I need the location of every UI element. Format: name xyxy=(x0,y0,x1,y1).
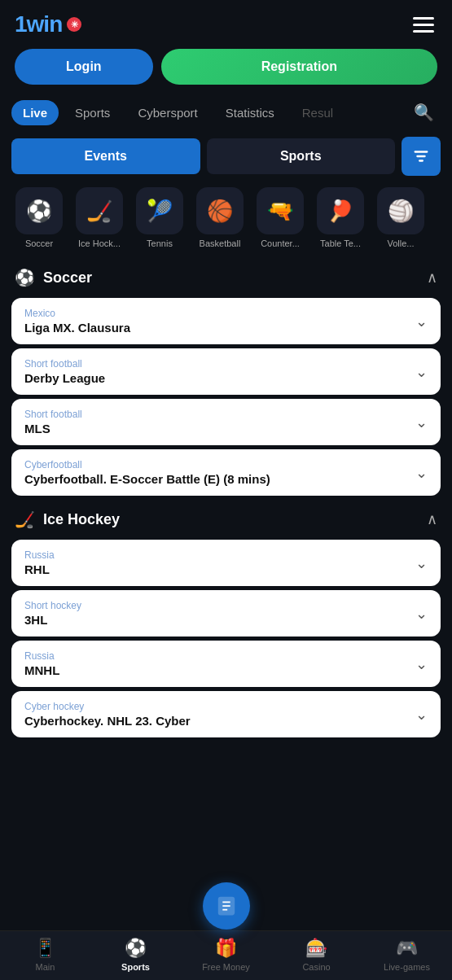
table-tennis-label: Table Te... xyxy=(320,238,361,248)
basketball-label: Basketball xyxy=(200,238,241,248)
liga-mx-name: Liga MX. Clausura xyxy=(24,321,130,335)
soccer-section-header[interactable]: ⚽ Soccer ∧ xyxy=(0,258,452,294)
cyberhockey-chevron-icon: ⌄ xyxy=(415,706,428,724)
mnhl-name: MNHL xyxy=(24,663,59,677)
ice-hockey-icon: 🏒 xyxy=(76,187,123,234)
bottom-nav-casino[interactable]: 🎰 Casino xyxy=(292,938,341,972)
auth-buttons: Login Registration xyxy=(0,49,452,96)
tab-live[interactable]: Live xyxy=(11,100,59,125)
toggle-sports-button[interactable]: Sports xyxy=(207,138,396,174)
mnhl-chevron-icon: ⌄ xyxy=(415,655,428,673)
mls-chevron-icon: ⌄ xyxy=(415,413,428,431)
bottom-nav: 📱 Main ⚽ Sports 🎁 Free Money 🎰 Casino 🎮 … xyxy=(0,930,452,980)
liga-mx-category: Mexico xyxy=(24,308,130,319)
sport-icons-row: ⚽ Soccer 🏒 Ice Hock... 🎾 Tennis 🏀 Basket… xyxy=(0,181,452,258)
3hl-chevron-icon: ⌄ xyxy=(415,605,428,623)
hamburger-menu-button[interactable] xyxy=(410,14,437,36)
counter-strike-label: Counter... xyxy=(261,238,300,248)
sports-nav-label: Sports xyxy=(121,962,150,972)
sport-icon-ice-hockey[interactable]: 🏒 Ice Hock... xyxy=(72,187,127,248)
filter-button[interactable] xyxy=(402,137,441,176)
3hl-name: 3HL xyxy=(24,613,81,627)
mls-name: MLS xyxy=(24,422,82,435)
cyberhockey-category: Cyber hockey xyxy=(24,701,191,712)
bet-slip-button[interactable] xyxy=(203,882,250,930)
mnhl-category: Russia xyxy=(24,650,59,662)
bottom-nav-main[interactable]: 📱 Main xyxy=(21,938,70,972)
volleyball-icon: 🏐 xyxy=(377,187,424,234)
league-card-liga-mx[interactable]: Mexico Liga MX. Clausura ⌄ xyxy=(11,298,441,344)
toggle-bar: Events Sports xyxy=(0,132,452,181)
logo: 1win ✳ xyxy=(15,11,81,37)
league-card-mnhl[interactable]: Russia MNHL ⌄ xyxy=(11,641,441,687)
soccer-section-title: ⚽ Soccer xyxy=(15,268,92,287)
nav-tabs: Live Sports Cybersport Statistics Resul … xyxy=(0,96,452,132)
tab-statistics[interactable]: Statistics xyxy=(214,100,286,125)
ice-hockey-section-icon: 🏒 xyxy=(15,510,35,529)
search-button[interactable]: 🔍 xyxy=(407,99,441,125)
sport-icon-basketball[interactable]: 🏀 Basketball xyxy=(192,187,248,248)
rhl-name: RHL xyxy=(24,562,55,576)
main-nav-label: Main xyxy=(36,962,55,972)
league-card-3hl[interactable]: Short hockey 3HL ⌄ xyxy=(11,590,441,637)
league-card-cyberfootball[interactable]: Cyberfootball Cyberfootball. E-Soccer Ba… xyxy=(11,449,441,496)
cyber-football-name: Cyberfootball. E-Soccer Battle (E) (8 mi… xyxy=(24,472,270,486)
header: 1win ✳ xyxy=(0,0,452,49)
soccer-label: Soccer xyxy=(25,238,53,248)
logo-text: 1win xyxy=(15,11,62,37)
tab-cybersport[interactable]: Cybersport xyxy=(126,100,208,125)
live-games-nav-label: Live-games xyxy=(384,962,430,972)
soccer-icon: ⚽ xyxy=(15,187,63,234)
main-nav-icon: 📱 xyxy=(34,938,56,959)
rhl-chevron-icon: ⌄ xyxy=(415,554,428,572)
sport-icon-volleyball[interactable]: 🏐 Volle... xyxy=(373,187,428,248)
league-card-mls[interactable]: Short football MLS ⌄ xyxy=(11,399,441,445)
tennis-label: Tennis xyxy=(147,238,173,248)
league-card-derby-league[interactable]: Short football Derby League ⌄ xyxy=(11,348,441,395)
register-button[interactable]: Registration xyxy=(161,49,437,85)
live-games-nav-icon: 🎮 xyxy=(396,938,418,959)
login-button[interactable]: Login xyxy=(15,49,153,85)
casino-nav-label: Casino xyxy=(302,962,330,972)
derby-chevron-icon: ⌄ xyxy=(415,363,428,381)
derby-name: Derby League xyxy=(24,371,105,385)
ice-hockey-section-header[interactable]: 🏒 Ice Hockey ∧ xyxy=(0,500,452,536)
tab-results[interactable]: Resul xyxy=(291,100,344,125)
league-card-rhl[interactable]: Russia RHL ⌄ xyxy=(11,540,441,586)
basketball-icon: 🏀 xyxy=(196,187,244,234)
liga-mx-chevron-icon: ⌄ xyxy=(415,313,428,330)
main-content: ⚽ Soccer ∧ Mexico Liga MX. Clausura ⌄ Sh… xyxy=(0,258,452,847)
tab-sports[interactable]: Sports xyxy=(64,100,121,125)
bottom-nav-sports[interactable]: ⚽ Sports xyxy=(112,938,160,972)
toggle-events-button[interactable]: Events xyxy=(11,138,200,174)
bottom-nav-live-games[interactable]: 🎮 Live-games xyxy=(383,938,432,972)
sport-icon-counter-strike[interactable]: 🔫 Counter... xyxy=(252,187,308,248)
sport-icon-table-tennis[interactable]: 🏓 Table Te... xyxy=(313,187,368,248)
derby-category: Short football xyxy=(24,358,105,370)
ice-hockey-chevron-icon: ∧ xyxy=(427,510,437,528)
soccer-chevron-icon: ∧ xyxy=(427,269,437,287)
rhl-category: Russia xyxy=(24,549,55,561)
soccer-title-text: Soccer xyxy=(43,269,92,287)
league-card-cyberhockey[interactable]: Cyber hockey Cyberhockey. NHL 23. Cyber … xyxy=(11,691,441,737)
ice-hockey-section-title: 🏒 Ice Hockey xyxy=(15,510,120,529)
mls-category: Short football xyxy=(24,409,82,420)
sport-icon-tennis[interactable]: 🎾 Tennis xyxy=(132,187,187,248)
casino-nav-icon: 🎰 xyxy=(305,938,327,959)
ice-hockey-title-text: Ice Hockey xyxy=(43,511,120,528)
tennis-icon: 🎾 xyxy=(136,187,183,234)
ice-hockey-label: Ice Hock... xyxy=(78,238,121,248)
sports-nav-icon: ⚽ xyxy=(125,938,147,959)
counter-strike-icon: 🔫 xyxy=(257,187,304,234)
volleyball-label: Volle... xyxy=(387,238,414,248)
bottom-nav-free-money[interactable]: 🎁 Free Money xyxy=(202,938,251,972)
cyberhockey-name: Cyberhockey. NHL 23. Cyber xyxy=(24,714,191,728)
cyber-football-category: Cyberfootball xyxy=(24,459,270,470)
filter-icon xyxy=(412,147,430,165)
bet-slip-icon xyxy=(215,895,238,917)
sport-icon-soccer[interactable]: ⚽ Soccer xyxy=(11,187,67,248)
logo-badge: ✳ xyxy=(67,17,81,32)
3hl-category: Short hockey xyxy=(24,600,81,611)
free-money-nav-label: Free Money xyxy=(202,962,250,972)
soccer-section-icon: ⚽ xyxy=(15,268,35,287)
